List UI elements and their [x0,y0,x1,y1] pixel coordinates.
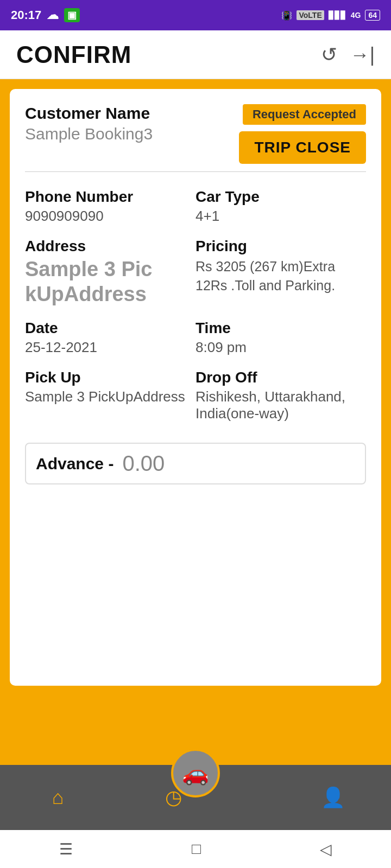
address-pricing-row: Address Sample 3 Pic kUpAddress Pricing … [25,232,366,314]
home-icon: ⌂ [52,786,64,809]
top-right-actions: Request Accepted TRIP CLOSE [239,104,366,164]
refresh-icon[interactable]: ↺ [321,43,337,66]
status-left: 20:17 ☁ ▣ [11,8,80,22]
pickup-dropoff-row: Pick Up Sample 3 PickUpAddress Drop Off … [25,363,366,430]
pricing-label: Pricing [195,238,366,255]
pricing-value: Rs 3205 (267 km)Extra 12Rs .Toll and Par… [195,257,366,295]
customer-name-label: Customer Name [25,104,239,123]
status-badge: Request Accepted [243,104,366,125]
pickup-label: Pick Up [25,369,195,386]
system-back-icon[interactable]: ◁ [320,840,332,858]
status-bar: 20:17 ☁ ▣ 📳 VoLTE ▊▊▊ 4G 64 [0,0,391,30]
time-label: Time [195,320,366,337]
header-icons: ↺ →| [321,43,375,66]
profile-icon: 👤 [321,786,345,809]
app-icon: ▣ [64,8,80,22]
pickup-value: Sample 3 PickUpAddress [25,388,195,405]
nav-history[interactable]: ◷ [116,786,231,809]
cartype-value: 4+1 [195,208,366,225]
cloud-icon: ☁ [47,8,59,22]
customer-section: Customer Name Sample Booking3 [25,104,239,146]
time-cell: Time 8:09 pm [195,314,366,363]
phone-value: 9090909090 [25,208,195,225]
customer-name-value: Sample Booking3 [25,125,239,143]
advance-value: 0.00 [122,451,165,476]
date-time-row: Date 25-12-2021 Time 8:09 pm [25,314,366,363]
pickup-cell: Pick Up Sample 3 PickUpAddress [25,363,195,430]
nav-car-bubble[interactable]: 🚗 [171,749,220,797]
battery-icon: 64 [365,10,380,21]
logout-icon[interactable]: →| [350,43,375,66]
address-label: Address [25,238,195,255]
phone-label: Phone Number [25,188,195,206]
date-value: 25-12-2021 [25,339,195,356]
nav-profile[interactable]: 👤 [275,786,391,809]
dropoff-label: Drop Off [195,369,366,386]
status-time: 20:17 [11,8,41,22]
card-divider [25,171,366,172]
nav-home[interactable]: ⌂ [0,786,116,809]
address-value: Sample 3 Pic kUpAddress [25,257,195,307]
main-content: Customer Name Sample Booking3 Request Ac… [0,79,391,765]
vibrate-icon: 📳 [281,10,292,21]
card-top: Customer Name Sample Booking3 Request Ac… [25,104,366,164]
advance-row: Advance - 0.00 [25,443,366,484]
pricing-cell: Pricing Rs 3205 (267 km)Extra 12Rs .Toll… [195,232,366,314]
booking-card: Customer Name Sample Booking3 Request Ac… [10,89,381,686]
system-nav: ☰ □ ◁ [0,830,391,868]
status-right: 📳 VoLTE ▊▊▊ 4G 64 [281,10,380,21]
lte-icon: 4G [351,11,361,20]
header: CONFIRM ↺ →| [0,30,391,79]
trip-close-button[interactable]: TRIP CLOSE [239,131,366,164]
signal-icon: ▊▊▊ [329,11,346,20]
date-label: Date [25,320,195,337]
cartype-cell: Car Type 4+1 [195,183,366,232]
bottom-nav: ⌂ ◷ 🚗 👤 [0,765,391,830]
page-title: CONFIRM [16,41,131,68]
dropoff-value: Rishikesh, Uttarakhand, India(one-way) [195,388,366,422]
dropoff-cell: Drop Off Rishikesh, Uttarakhand, India(o… [195,363,366,430]
address-cell: Address Sample 3 Pic kUpAddress [25,232,195,314]
phone-cartype-row: Phone Number 9090909090 Car Type 4+1 [25,183,366,232]
advance-label: Advance - [36,455,113,473]
network-icon: VoLTE [297,10,324,20]
system-home-icon[interactable]: □ [192,840,201,858]
date-cell: Date 25-12-2021 [25,314,195,363]
car-icon: 🚗 [182,761,209,786]
time-value: 8:09 pm [195,339,366,356]
cartype-label: Car Type [195,188,366,206]
phone-cell: Phone Number 9090909090 [25,183,195,232]
system-menu-icon[interactable]: ☰ [59,840,73,858]
